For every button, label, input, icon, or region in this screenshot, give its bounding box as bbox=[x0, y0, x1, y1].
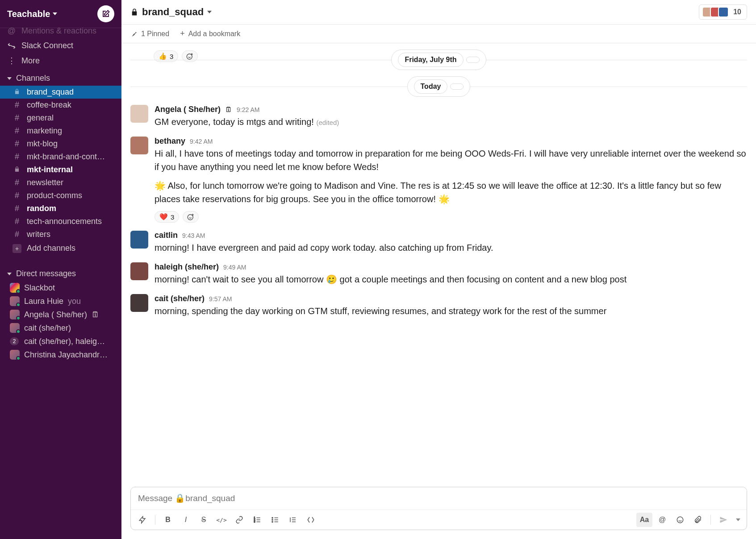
avatar: 2 bbox=[10, 336, 20, 346]
channels-section-toggle[interactable]: Channels bbox=[0, 68, 121, 86]
ordered-list-button[interactable]: 123 bbox=[249, 513, 265, 527]
blockquote-button[interactable] bbox=[285, 513, 301, 527]
bold-button[interactable]: B bbox=[160, 513, 176, 527]
emoji-heart: ❤️ bbox=[159, 213, 168, 221]
strike-button[interactable]: S bbox=[196, 513, 212, 527]
pinned-label: 1 Pinned bbox=[141, 30, 169, 38]
attach-button[interactable] bbox=[690, 513, 706, 527]
emoji-button[interactable] bbox=[672, 513, 688, 527]
add-bookmark-button[interactable]: + Add a bookmark bbox=[180, 29, 240, 38]
channel-item-product-comms[interactable]: #product-comms bbox=[0, 189, 121, 202]
codeblock-icon bbox=[307, 516, 315, 524]
dm-item[interactable]: Slackbot bbox=[0, 281, 121, 294]
channel-item-coffee-break[interactable]: #coffee-break bbox=[0, 99, 121, 112]
hash-icon: # bbox=[13, 139, 21, 149]
nav-more[interactable]: ⋮ More bbox=[0, 53, 121, 68]
add-channels[interactable]: + Add channels bbox=[0, 241, 121, 256]
dm-item[interactable]: Laura Huie you bbox=[0, 294, 121, 308]
author-name[interactable]: bethany bbox=[155, 137, 185, 146]
message[interactable]: haleigh (she/her) 9:49 AM morning! can't… bbox=[130, 262, 747, 286]
bullet-list-icon bbox=[271, 516, 279, 524]
send-button[interactable] bbox=[715, 513, 731, 527]
avatar[interactable] bbox=[130, 137, 148, 154]
date-pill-button[interactable]: Friday, July 9th bbox=[391, 50, 486, 70]
author-name[interactable]: caitlin bbox=[155, 231, 178, 240]
shortcuts-button[interactable] bbox=[134, 513, 150, 527]
at-icon: @ bbox=[659, 516, 666, 524]
dm-item[interactable]: 2cait (she/her), haleig… bbox=[0, 335, 121, 348]
dm-item[interactable]: cait (she/her) bbox=[0, 321, 121, 335]
format-toggle-button[interactable]: Aa bbox=[636, 513, 652, 527]
svg-point-6 bbox=[272, 519, 273, 520]
message-text: GM everyone, today is mtgs and writing! … bbox=[155, 115, 747, 129]
channel-item-marketing[interactable]: #marketing bbox=[0, 124, 121, 137]
message[interactable]: caitlin 9:43 AM morning! I have evergree… bbox=[130, 231, 747, 254]
reaction-heart[interactable]: ❤️ 3 bbox=[155, 211, 179, 223]
author-name[interactable]: cait (she/her) bbox=[155, 294, 205, 303]
mention-button[interactable]: @ bbox=[654, 513, 670, 527]
channel-label: general bbox=[27, 113, 54, 123]
channel-item-mkt-brand-and-cont-[interactable]: #mkt-brand-and-cont… bbox=[0, 150, 121, 163]
message-list[interactable]: 👍 3 Friday, July 9th Today A bbox=[121, 43, 756, 487]
avatar[interactable] bbox=[130, 231, 148, 249]
channel-item-newsletter[interactable]: #newsletter bbox=[0, 176, 121, 189]
channel-list: brand_squad#coffee-break#general#marketi… bbox=[0, 86, 121, 241]
channel-label: marketing bbox=[27, 126, 62, 136]
message[interactable]: bethany 9:42 AM Hi all, I have tons of m… bbox=[130, 137, 747, 223]
channel-item-general[interactable]: #general bbox=[0, 112, 121, 124]
channel-item-mkt-blog[interactable]: #mkt-blog bbox=[0, 137, 121, 150]
message-time[interactable]: 9:42 AM bbox=[190, 138, 213, 145]
date-pill-button[interactable]: Today bbox=[407, 76, 471, 97]
bolt-icon bbox=[138, 516, 146, 524]
channel-item-random[interactable]: #random bbox=[0, 202, 121, 215]
channel-item-mkt-internal[interactable]: mkt-internal bbox=[0, 163, 121, 176]
dm-item[interactable]: Christina Jayachandr… bbox=[0, 348, 121, 361]
workspace-switcher[interactable]: Teachable bbox=[7, 9, 57, 19]
code-icon: </> bbox=[216, 517, 226, 523]
chevron-down-icon bbox=[7, 77, 12, 80]
dm-item[interactable]: Angela ( She/her) 🗓 bbox=[0, 308, 121, 321]
message-time[interactable]: 9:57 AM bbox=[209, 295, 232, 303]
avatar[interactable] bbox=[130, 105, 148, 123]
compose-icon bbox=[102, 10, 110, 18]
presence-indicator bbox=[16, 289, 21, 294]
members-button[interactable]: 10 bbox=[699, 4, 747, 20]
nav-slack-connect[interactable]: Slack Connect bbox=[0, 38, 121, 53]
compose-button[interactable] bbox=[97, 5, 114, 22]
lock-icon bbox=[13, 87, 21, 97]
channel-item-writers[interactable]: #writers bbox=[0, 228, 121, 241]
svg-point-5 bbox=[272, 517, 273, 518]
link-button[interactable] bbox=[231, 513, 247, 527]
nav-mentions[interactable]: @ Mentions & reactions bbox=[0, 24, 121, 38]
hash-icon: # bbox=[13, 191, 21, 200]
channel-label: product-comms bbox=[27, 191, 82, 200]
message[interactable]: Angela ( She/her) 🗓 9:22 AM GM everyone,… bbox=[130, 105, 747, 129]
avatar bbox=[10, 296, 20, 306]
message[interactable]: cait (she/her) 9:57 AM morning, spending… bbox=[130, 294, 747, 318]
send-options-button[interactable] bbox=[733, 513, 743, 527]
pinned-button[interactable]: 1 Pinned bbox=[130, 30, 169, 38]
channel-item-brand-squad[interactable]: brand_squad bbox=[0, 86, 121, 99]
author-name[interactable]: Angela ( She/her) bbox=[155, 105, 221, 114]
channel-item-tech-announcements[interactable]: #tech-announcements bbox=[0, 215, 121, 228]
avatar[interactable] bbox=[130, 262, 148, 280]
at-icon: @ bbox=[7, 26, 16, 36]
date-divider-friday: Friday, July 9th bbox=[130, 50, 747, 70]
message-time[interactable]: 9:49 AM bbox=[223, 264, 246, 271]
channel-title-button[interactable]: brand_squad bbox=[130, 6, 212, 18]
code-button[interactable]: </> bbox=[213, 513, 230, 527]
avatar bbox=[10, 350, 20, 360]
author-name[interactable]: haleigh (she/her) bbox=[155, 262, 219, 272]
dms-section-toggle[interactable]: Direct messages bbox=[0, 264, 121, 281]
reaction-count: 3 bbox=[171, 213, 174, 221]
message-text: morning! can't wait to see you all tomor… bbox=[155, 273, 747, 286]
bullet-list-button[interactable] bbox=[267, 513, 283, 527]
codeblock-button[interactable] bbox=[303, 513, 319, 527]
message-time[interactable]: 9:22 AM bbox=[237, 106, 259, 113]
compose-input[interactable] bbox=[131, 487, 747, 510]
italic-button[interactable]: I bbox=[178, 513, 194, 527]
message-time[interactable]: 9:43 AM bbox=[182, 232, 205, 239]
channel-label: mkt-blog bbox=[27, 139, 58, 149]
avatar[interactable] bbox=[130, 294, 148, 312]
add-reaction-button[interactable] bbox=[183, 211, 199, 223]
